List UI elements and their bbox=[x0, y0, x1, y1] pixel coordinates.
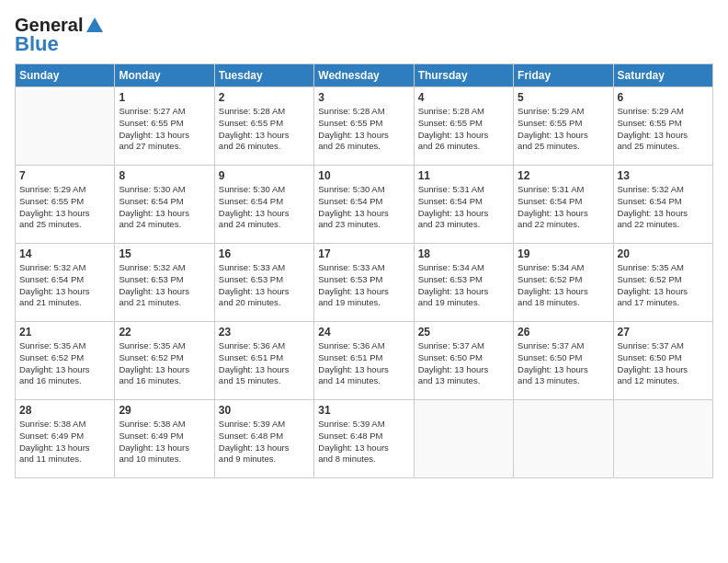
calendar-cell: 7Sunrise: 5:29 AM Sunset: 6:55 PM Daylig… bbox=[16, 166, 115, 244]
day-number: 4 bbox=[418, 91, 509, 104]
day-number: 18 bbox=[418, 247, 509, 260]
cell-content: Sunrise: 5:30 AM Sunset: 6:54 PM Dayligh… bbox=[219, 184, 310, 231]
cell-content: Sunrise: 5:28 AM Sunset: 6:55 PM Dayligh… bbox=[219, 106, 310, 153]
cell-content: Sunrise: 5:28 AM Sunset: 6:55 PM Dayligh… bbox=[318, 106, 409, 153]
calendar-cell: 31Sunrise: 5:39 AM Sunset: 6:48 PM Dayli… bbox=[314, 400, 414, 478]
calendar-cell: 30Sunrise: 5:39 AM Sunset: 6:48 PM Dayli… bbox=[214, 400, 313, 478]
calendar-cell: 16Sunrise: 5:33 AM Sunset: 6:53 PM Dayli… bbox=[214, 244, 313, 322]
calendar-cell: 11Sunrise: 5:31 AM Sunset: 6:54 PM Dayli… bbox=[414, 166, 513, 244]
cell-content: Sunrise: 5:36 AM Sunset: 6:51 PM Dayligh… bbox=[318, 340, 409, 387]
calendar-cell: 3Sunrise: 5:28 AM Sunset: 6:55 PM Daylig… bbox=[314, 87, 414, 166]
day-number: 22 bbox=[119, 326, 210, 339]
calendar-week-1: 1Sunrise: 5:27 AM Sunset: 6:55 PM Daylig… bbox=[16, 87, 713, 166]
calendar-body: 1Sunrise: 5:27 AM Sunset: 6:55 PM Daylig… bbox=[16, 87, 713, 478]
day-number: 10 bbox=[318, 169, 409, 182]
cell-content: Sunrise: 5:34 AM Sunset: 6:53 PM Dayligh… bbox=[418, 262, 509, 309]
day-number: 11 bbox=[418, 169, 509, 182]
calendar-cell: 10Sunrise: 5:30 AM Sunset: 6:54 PM Dayli… bbox=[314, 166, 414, 244]
day-number: 23 bbox=[219, 326, 310, 339]
calendar-week-2: 7Sunrise: 5:29 AM Sunset: 6:55 PM Daylig… bbox=[16, 166, 713, 244]
cell-content: Sunrise: 5:28 AM Sunset: 6:55 PM Dayligh… bbox=[418, 106, 509, 153]
calendar-cell: 17Sunrise: 5:33 AM Sunset: 6:53 PM Dayli… bbox=[314, 244, 414, 322]
cell-content: Sunrise: 5:30 AM Sunset: 6:54 PM Dayligh… bbox=[119, 184, 210, 231]
day-number: 19 bbox=[518, 247, 609, 260]
cell-content: Sunrise: 5:37 AM Sunset: 6:50 PM Dayligh… bbox=[418, 340, 509, 387]
cell-content: Sunrise: 5:37 AM Sunset: 6:50 PM Dayligh… bbox=[618, 340, 709, 387]
cell-content: Sunrise: 5:33 AM Sunset: 6:53 PM Dayligh… bbox=[318, 262, 409, 309]
day-number: 8 bbox=[119, 169, 210, 182]
day-number: 2 bbox=[219, 91, 310, 104]
cell-content: Sunrise: 5:27 AM Sunset: 6:55 PM Dayligh… bbox=[119, 106, 210, 153]
day-number: 1 bbox=[119, 91, 210, 104]
calendar-cell: 9Sunrise: 5:30 AM Sunset: 6:54 PM Daylig… bbox=[214, 166, 313, 244]
weekday-header-tuesday: Tuesday bbox=[214, 64, 313, 87]
day-number: 25 bbox=[418, 326, 509, 339]
calendar-cell: 15Sunrise: 5:32 AM Sunset: 6:53 PM Dayli… bbox=[115, 244, 214, 322]
calendar-cell: 22Sunrise: 5:35 AM Sunset: 6:52 PM Dayli… bbox=[115, 322, 214, 400]
day-number: 27 bbox=[618, 326, 709, 339]
calendar-cell: 5Sunrise: 5:29 AM Sunset: 6:55 PM Daylig… bbox=[514, 87, 613, 166]
calendar-week-4: 21Sunrise: 5:35 AM Sunset: 6:52 PM Dayli… bbox=[16, 322, 713, 400]
day-number: 28 bbox=[19, 404, 110, 417]
cell-content: Sunrise: 5:31 AM Sunset: 6:54 PM Dayligh… bbox=[518, 184, 609, 231]
calendar-cell bbox=[514, 400, 613, 478]
cell-content: Sunrise: 5:29 AM Sunset: 6:55 PM Dayligh… bbox=[618, 106, 709, 153]
day-number: 13 bbox=[618, 169, 709, 182]
calendar-table: SundayMondayTuesdayWednesdayThursdayFrid… bbox=[15, 63, 713, 478]
day-number: 15 bbox=[119, 247, 210, 260]
weekday-header-friday: Friday bbox=[514, 64, 613, 87]
calendar-cell: 8Sunrise: 5:30 AM Sunset: 6:54 PM Daylig… bbox=[115, 166, 214, 244]
cell-content: Sunrise: 5:35 AM Sunset: 6:52 PM Dayligh… bbox=[119, 340, 210, 387]
calendar-week-5: 28Sunrise: 5:38 AM Sunset: 6:49 PM Dayli… bbox=[16, 400, 713, 478]
calendar-cell: 24Sunrise: 5:36 AM Sunset: 6:51 PM Dayli… bbox=[314, 322, 414, 400]
day-number: 31 bbox=[318, 404, 409, 417]
cell-content: Sunrise: 5:32 AM Sunset: 6:54 PM Dayligh… bbox=[19, 262, 110, 309]
calendar-cell: 23Sunrise: 5:36 AM Sunset: 6:51 PM Dayli… bbox=[214, 322, 313, 400]
calendar-cell bbox=[16, 87, 115, 166]
day-number: 24 bbox=[318, 326, 409, 339]
day-number: 26 bbox=[518, 326, 609, 339]
cell-content: Sunrise: 5:32 AM Sunset: 6:53 PM Dayligh… bbox=[119, 262, 210, 309]
calendar-cell: 26Sunrise: 5:37 AM Sunset: 6:50 PM Dayli… bbox=[514, 322, 613, 400]
calendar-cell: 27Sunrise: 5:37 AM Sunset: 6:50 PM Dayli… bbox=[613, 322, 712, 400]
cell-content: Sunrise: 5:36 AM Sunset: 6:51 PM Dayligh… bbox=[219, 340, 310, 387]
calendar-cell: 28Sunrise: 5:38 AM Sunset: 6:49 PM Dayli… bbox=[16, 400, 115, 478]
calendar-week-3: 14Sunrise: 5:32 AM Sunset: 6:54 PM Dayli… bbox=[16, 244, 713, 322]
calendar-cell: 19Sunrise: 5:34 AM Sunset: 6:52 PM Dayli… bbox=[514, 244, 613, 322]
calendar-cell: 18Sunrise: 5:34 AM Sunset: 6:53 PM Dayli… bbox=[414, 244, 513, 322]
day-number: 7 bbox=[19, 169, 110, 182]
day-number: 12 bbox=[518, 169, 609, 182]
calendar-cell: 1Sunrise: 5:27 AM Sunset: 6:55 PM Daylig… bbox=[115, 87, 214, 166]
day-number: 17 bbox=[318, 247, 409, 260]
cell-content: Sunrise: 5:39 AM Sunset: 6:48 PM Dayligh… bbox=[318, 419, 409, 465]
cell-content: Sunrise: 5:30 AM Sunset: 6:54 PM Dayligh… bbox=[318, 184, 409, 231]
calendar-cell bbox=[613, 400, 712, 478]
day-number: 21 bbox=[19, 326, 110, 339]
cell-content: Sunrise: 5:38 AM Sunset: 6:49 PM Dayligh… bbox=[19, 419, 110, 465]
cell-content: Sunrise: 5:34 AM Sunset: 6:52 PM Dayligh… bbox=[518, 262, 609, 309]
logo-blue: Blue bbox=[15, 32, 59, 56]
calendar-cell: 14Sunrise: 5:32 AM Sunset: 6:54 PM Dayli… bbox=[16, 244, 115, 322]
cell-content: Sunrise: 5:38 AM Sunset: 6:49 PM Dayligh… bbox=[119, 419, 210, 465]
cell-content: Sunrise: 5:35 AM Sunset: 6:52 PM Dayligh… bbox=[618, 262, 709, 309]
weekday-header-saturday: Saturday bbox=[613, 64, 712, 87]
day-number: 14 bbox=[19, 247, 110, 260]
day-number: 20 bbox=[618, 247, 709, 260]
logo-icon bbox=[85, 16, 105, 36]
calendar-cell bbox=[414, 400, 513, 478]
day-number: 29 bbox=[119, 404, 210, 417]
calendar-cell: 2Sunrise: 5:28 AM Sunset: 6:55 PM Daylig… bbox=[214, 87, 313, 166]
cell-content: Sunrise: 5:29 AM Sunset: 6:55 PM Dayligh… bbox=[19, 184, 110, 231]
cell-content: Sunrise: 5:39 AM Sunset: 6:48 PM Dayligh… bbox=[219, 419, 310, 465]
page-header: General Blue bbox=[15, 15, 713, 56]
cell-content: Sunrise: 5:32 AM Sunset: 6:54 PM Dayligh… bbox=[618, 184, 709, 231]
day-number: 5 bbox=[518, 91, 609, 104]
calendar-cell: 13Sunrise: 5:32 AM Sunset: 6:54 PM Dayli… bbox=[613, 166, 712, 244]
calendar-header-row: SundayMondayTuesdayWednesdayThursdayFrid… bbox=[16, 64, 713, 87]
day-number: 6 bbox=[618, 91, 709, 104]
calendar-cell: 29Sunrise: 5:38 AM Sunset: 6:49 PM Dayli… bbox=[115, 400, 214, 478]
weekday-header-wednesday: Wednesday bbox=[314, 64, 414, 87]
cell-content: Sunrise: 5:29 AM Sunset: 6:55 PM Dayligh… bbox=[518, 106, 609, 153]
day-number: 30 bbox=[219, 404, 310, 417]
calendar-cell: 12Sunrise: 5:31 AM Sunset: 6:54 PM Dayli… bbox=[514, 166, 613, 244]
